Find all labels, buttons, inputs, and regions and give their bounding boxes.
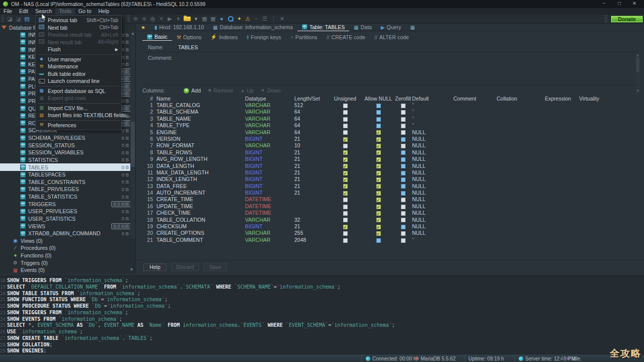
titlebar[interactable]: OM - NAS (Local IP)\information_schema\T…	[0, 0, 644, 8]
grid-header-collation[interactable]: Collation	[497, 96, 545, 102]
menu-help[interactable]: Help	[95, 8, 113, 15]
tree-table-tables[interactable]: TABLES0 B	[0, 163, 131, 171]
grid-header-default[interactable]: Default	[412, 96, 453, 102]
minus-icon[interactable]: −	[252, 15, 261, 23]
grid-row-table_collation[interactable]: 18TABLE_COLLATIONVARCHAR32✔NULL	[143, 217, 610, 223]
grid-row-create_time[interactable]: 15CREATE_TIMEDATETIME✔NULL	[143, 196, 610, 203]
unsigned-checkbox[interactable]: ✔	[343, 171, 348, 175]
grid-header-datatype[interactable]: Datatype	[245, 96, 294, 102]
help-button[interactable]: Help	[143, 263, 167, 271]
copy-icon[interactable]: ▤	[23, 15, 31, 23]
allow-null-checkbox[interactable]: ✔	[376, 130, 381, 135]
grid-row-index_length[interactable]: 12INDEX_LENGTHBIGINT21✔✔NULL	[143, 176, 610, 183]
tree-table-xtradb_admin_command[interactable]: XTRADB_ADMIN_COMMAND0 B	[0, 230, 131, 237]
tab-database-information_schema[interactable]: ▦Database: information_schema	[208, 24, 297, 31]
paw-icon[interactable]: ✦	[235, 15, 244, 23]
connect-icon[interactable]: ◪	[6, 15, 14, 23]
more-icon[interactable]: ⋮	[269, 15, 278, 23]
tree-table-session_variables[interactable]: SESSION_VARIABLES0 B	[0, 149, 131, 156]
grid-header-comment[interactable]: Comment	[453, 96, 497, 102]
grid-row-version[interactable]: 6VERSIONBIGINT21✔✔NULL	[143, 136, 610, 142]
allow-null-checkbox[interactable]: ✔	[376, 137, 381, 142]
grid-row-table_name[interactable]: 3TABLE_NAMEVARCHAR64''	[143, 116, 610, 122]
unsigned-checkbox[interactable]: ✔	[343, 137, 348, 142]
remove-column-button[interactable]: ✖Remove	[208, 87, 233, 94]
menu-item-preferences[interactable]: ⚒Preferences	[36, 122, 121, 129]
grid-row-table_catalog[interactable]: 1TABLE_CATALOGVARCHAR512''	[143, 102, 610, 109]
toolbar-grip[interactable]	[2, 16, 4, 23]
allow-null-checkbox[interactable]	[376, 104, 381, 108]
tree-folder-triggers[interactable]: ⚙Triggers (0)	[0, 259, 131, 266]
menu-item-bulk-table-editor[interactable]: ▬Bulk table editor	[36, 70, 121, 78]
tab-data[interactable]: ▦Data	[349, 24, 376, 31]
unsigned-checkbox[interactable]: ✔	[343, 177, 348, 182]
subtab-basic[interactable]: Basic	[142, 33, 172, 41]
allow-null-checkbox[interactable]: ✔	[376, 171, 381, 175]
zerofill-checkbox[interactable]	[401, 184, 406, 189]
allow-null-checkbox[interactable]: ✔	[376, 191, 381, 196]
subtab-alter-code[interactable]: //ALTER code	[370, 33, 414, 41]
tree-folder-procedures[interactable]: ⁄Procedures (0)	[0, 244, 131, 252]
tree-table-schema_privileges[interactable]: SCHEMA_PRIVILEGES0 B	[0, 134, 131, 142]
zerofill-checkbox[interactable]	[401, 225, 406, 229]
allow-null-checkbox[interactable]: ✔	[376, 184, 381, 189]
unsigned-checkbox[interactable]: ✔	[343, 150, 348, 155]
tree-folder-events[interactable]: ▦Events (0)	[0, 266, 131, 274]
refresh-icon[interactable]: ◎	[148, 15, 157, 23]
grid-header-virtuality[interactable]: Virtuality	[579, 96, 610, 102]
chevron-down-icon[interactable]: ▼	[129, 267, 134, 272]
grid-row-table_rows[interactable]: 8TABLE_ROWSBIGINT21✔✔NULL	[143, 149, 610, 156]
donate-button[interactable]: Donate	[611, 16, 643, 23]
allow-null-checkbox[interactable]: ✔	[376, 144, 381, 148]
new-icon[interactable]: ⊕	[131, 15, 140, 23]
grid-row-avg_row_length[interactable]: 9AVG_ROW_LENGTHBIGINT21✔✔NULL	[143, 156, 610, 162]
grid-row-data_free[interactable]: 13DATA_FREEBIGINT21✔✔NULL	[143, 183, 610, 190]
folder-menu-icon[interactable]: ▾	[192, 15, 200, 23]
menu-go-to[interactable]: Go to	[75, 8, 95, 15]
search-icon[interactable]	[227, 16, 234, 23]
allow-null-checkbox[interactable]	[376, 110, 381, 115]
menu-tools[interactable]: Tools	[55, 8, 75, 15]
grid-header-name[interactable]: Name	[156, 96, 245, 102]
allow-null-checkbox[interactable]: ✔	[376, 150, 381, 155]
allow-null-checkbox[interactable]: ✔	[376, 177, 381, 182]
menu-file[interactable]: File	[0, 8, 16, 15]
tree-table-statistics[interactable]: STATISTICS0 B	[0, 156, 131, 164]
tree-table-table_constraints[interactable]: TABLE_CONSTRAINTS0 B	[0, 178, 131, 186]
grid-row-engine[interactable]: 5ENGINEVARCHAR64✔NULL	[143, 129, 610, 136]
grid-row-update_time[interactable]: 16UPDATE_TIMEDATETIME✔NULL	[143, 203, 610, 210]
comment-field[interactable]	[178, 54, 634, 92]
grid-row-data_length[interactable]: 10DATA_LENGTHBIGINT21✔✔NULL	[143, 163, 610, 169]
unsigned-checkbox[interactable]: ✔	[343, 164, 348, 168]
subtab-options[interactable]: ⚒Options	[172, 33, 206, 41]
tab-host-192-168-1-10[interactable]: ▮Host: 192.168.1.10	[150, 24, 208, 31]
tab-star[interactable]: ★	[136, 24, 150, 31]
zerofill-checkbox[interactable]	[401, 157, 406, 162]
allow-null-checkbox[interactable]: ✔	[376, 231, 381, 236]
maximize-button[interactable]: □	[612, 0, 627, 8]
comment-scrollbar[interactable]: ▲ ▼	[635, 53, 640, 93]
allow-null-checkbox[interactable]: ✔	[376, 211, 381, 216]
donate-grip[interactable]	[605, 16, 607, 23]
stop-icon[interactable]: ✕	[157, 15, 166, 23]
add-column-button[interactable]: +Add	[184, 87, 201, 94]
tree-table-user_privileges[interactable]: USER_PRIVILEGES0 B	[0, 208, 131, 215]
warning-icon[interactable]: ⚠	[244, 15, 252, 23]
tab-table-tables[interactable]: Table: TABLES	[297, 24, 349, 31]
grid-header-length-set[interactable]: Length/Set	[294, 96, 328, 102]
zerofill-checkbox[interactable]	[401, 177, 406, 182]
menu-item-user-manager[interactable]: ☻User manager	[36, 56, 121, 63]
allow-null-checkbox[interactable]	[376, 117, 381, 122]
unsigned-checkbox[interactable]: ✔	[343, 157, 348, 162]
subtab-partitions[interactable]: ◔Partitions	[286, 33, 322, 41]
unsigned-checkbox[interactable]: ✔	[343, 191, 348, 196]
grid-row-table_schema[interactable]: 2TABLE_SCHEMAVARCHAR64''	[143, 109, 610, 115]
dot-icon[interactable]: ●	[217, 15, 226, 23]
menu-item-export-database-as-sql[interactable]: ▦Export database as SQL	[36, 87, 121, 95]
tree-table-triggers[interactable]: TRIGGERS8.0 KiB	[0, 200, 131, 208]
grid-row-table_comment[interactable]: 21TABLE_COMMENTVARCHAR2048''	[143, 237, 610, 243]
menu-item-maintenance[interactable]: ⚒Maintenance	[36, 63, 121, 70]
grid1-icon[interactable]: ▦	[200, 15, 209, 23]
grid-row-check_time[interactable]: 17CHECK_TIMEDATETIME✔NULL	[143, 210, 610, 216]
grid-header-unsigned[interactable]: Unsigned	[328, 96, 363, 102]
